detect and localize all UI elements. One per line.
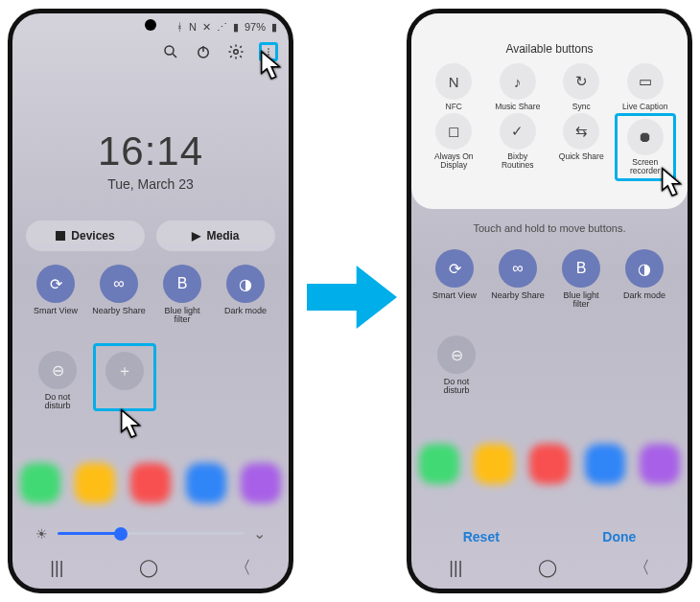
available-sync[interactable]: ↻Sync: [550, 63, 613, 111]
done-button[interactable]: Done: [602, 529, 636, 544]
smart-view-icon: ⟳: [435, 249, 474, 288]
tile-nearby-share[interactable]: ∞Nearby Share: [89, 265, 149, 325]
tile-dnd[interactable]: ⊖Do not disturb: [26, 351, 89, 411]
dnd-icon: ⊖: [437, 336, 476, 374]
tile-smart-view[interactable]: ⟳Smart View: [26, 265, 85, 325]
blue-light-icon: B: [562, 249, 600, 288]
nav-back[interactable]: 〈: [633, 556, 650, 579]
quick-share-icon: ⇆: [563, 113, 599, 150]
bixby-icon: ✓: [500, 113, 536, 150]
phone-left: ᚼ N ✕ ⋰ ▮ 97% ▮ 16:14 Tue, March 23 Devi…: [8, 9, 293, 593]
chevron-down-icon[interactable]: ⌄: [253, 524, 266, 543]
available-music-share[interactable]: ♪Music Share: [487, 63, 549, 111]
blue-light-label: Blue light filter: [563, 291, 598, 310]
nav-home[interactable]: ◯: [139, 557, 158, 578]
qs-grid: ⟳Smart View∞Nearby ShareBBlue light filt…: [26, 265, 275, 325]
svg-point-0: [165, 46, 174, 55]
signal-icon: ▮: [233, 22, 239, 33]
dark-mode-label: Dark mode: [224, 307, 267, 315]
music-share-icon: ♪: [500, 63, 536, 100]
qs-grid-row2: ⊖Do not disturb: [425, 336, 488, 396]
qs-toolbar: [161, 42, 278, 61]
devices-button[interactable]: Devices: [26, 220, 145, 251]
blue-light-icon: B: [163, 265, 201, 303]
search-icon[interactable]: [161, 42, 180, 61]
tile-dark-mode[interactable]: ◑Dark mode: [615, 249, 674, 310]
available-aod[interactable]: ◻Always On Display: [423, 113, 485, 181]
smart-view-label: Smart View: [432, 291, 477, 300]
screen-record-label: Screen recorder: [630, 158, 661, 175]
brightness-track[interactable]: [58, 532, 244, 535]
svg-point-7: [268, 54, 269, 56]
mute-icon: ✕: [202, 22, 211, 33]
clock-date: Tue, March 23: [12, 176, 289, 192]
smart-view-icon: ⟳: [36, 265, 75, 303]
media-icon: ▶: [192, 229, 200, 243]
qs-grid: ⟳Smart View∞Nearby ShareBBlue light filt…: [425, 249, 674, 310]
home-apps-blur: [411, 406, 688, 521]
devices-icon: [56, 231, 65, 241]
available-quick-share[interactable]: ⇆Quick Share: [550, 113, 613, 181]
tile-blue-light[interactable]: BBlue light filter: [152, 265, 212, 325]
power-icon[interactable]: [194, 42, 213, 61]
front-camera: [145, 19, 156, 31]
available-bixby[interactable]: ✓Bixby Routines: [487, 113, 549, 181]
reset-button[interactable]: Reset: [463, 529, 500, 544]
available-nfc[interactable]: NNFC: [423, 63, 485, 111]
nav-bar: ||| ◯ 〈: [12, 556, 289, 579]
tile-dark-mode[interactable]: ◑Dark mode: [216, 265, 275, 325]
tile-blue-light[interactable]: BBlue light filter: [551, 249, 611, 310]
nav-back[interactable]: 〈: [234, 556, 251, 579]
svg-point-4: [234, 50, 239, 55]
available-screen-record[interactable]: ⏺Screen recorder: [615, 113, 677, 181]
music-share-label: Music Share: [495, 103, 540, 111]
dark-mode-icon: ◑: [226, 265, 265, 303]
blue-light-label: Blue light filter: [164, 307, 199, 325]
phone-right: Available buttons NNFC♪Music Share↻Sync▭…: [407, 9, 692, 593]
dark-mode-icon: ◑: [625, 249, 664, 288]
tile-add[interactable]: ＋: [93, 343, 156, 411]
battery-pct: 97%: [245, 21, 266, 33]
status-bar: ᚼ N ✕ ⋰ ▮ 97% ▮: [176, 21, 277, 33]
qs-grid-row2: ⊖Do not disturb＋: [26, 351, 156, 411]
nav-recents[interactable]: |||: [50, 558, 63, 578]
home-apps-blur: [12, 426, 289, 541]
tile-nearby-share[interactable]: ∞Nearby Share: [488, 249, 548, 310]
svg-point-5: [268, 48, 269, 50]
add-icon: ＋: [105, 352, 144, 390]
battery-icon: ▮: [271, 22, 277, 33]
nearby-share-icon: ∞: [499, 249, 537, 288]
transition-arrow: [307, 259, 397, 336]
panel-title: Available buttons: [411, 42, 688, 56]
nearby-share-label: Nearby Share: [491, 291, 545, 300]
available-live-caption[interactable]: ▭Live Caption: [615, 63, 677, 111]
svg-point-6: [268, 51, 269, 53]
devices-label: Devices: [71, 229, 114, 243]
tile-smart-view[interactable]: ⟳Smart View: [425, 249, 484, 310]
nav-home[interactable]: ◯: [538, 557, 557, 578]
tile-dnd[interactable]: ⊖Do not disturb: [425, 336, 488, 396]
nav-recents[interactable]: |||: [449, 558, 462, 578]
settings-icon[interactable]: [226, 42, 245, 61]
dark-mode-label: Dark mode: [623, 291, 665, 300]
screen-record-icon: ⏺: [627, 119, 664, 155]
nav-bar: ||| ◯ 〈: [411, 556, 688, 579]
nearby-share-label: Nearby Share: [92, 307, 146, 315]
more-icon[interactable]: [259, 42, 278, 61]
nearby-share-icon: ∞: [100, 265, 138, 303]
smart-view-label: Smart View: [34, 307, 78, 315]
live-caption-icon: ▭: [627, 63, 664, 100]
clock: 16:14 Tue, March 23: [12, 128, 289, 192]
aod-label: Always On Display: [434, 152, 474, 170]
qs-pills: Devices ▶ Media: [26, 220, 275, 251]
available-panel: Available buttons NNFC♪Music Share↻Sync▭…: [411, 13, 688, 209]
bluetooth-icon: ᚼ: [176, 22, 183, 33]
quick-share-label: Quick Share: [559, 152, 604, 161]
sync-icon: ↻: [563, 63, 599, 100]
available-grid: NNFC♪Music Share↻Sync▭Live Caption◻Alway…: [411, 63, 688, 181]
media-button[interactable]: ▶ Media: [156, 220, 275, 251]
nfc-label: NFC: [446, 103, 462, 111]
brightness-slider[interactable]: ☀ ⌄: [35, 524, 266, 543]
clock-time: 16:14: [12, 128, 289, 174]
panel-actions: Reset Done: [411, 529, 688, 544]
